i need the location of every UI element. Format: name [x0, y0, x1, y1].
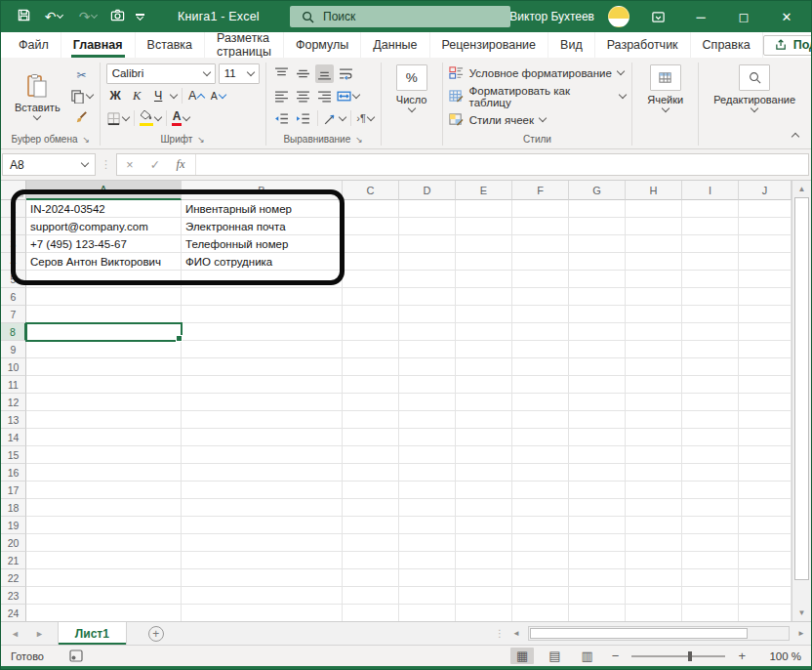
cell-C8[interactable]: [343, 323, 399, 341]
cell-C15[interactable]: [343, 446, 399, 464]
cell-J9[interactable]: [739, 341, 792, 358]
cell-G3[interactable]: [569, 235, 626, 253]
cell-F7[interactable]: [512, 306, 569, 323]
cell-J18[interactable]: [739, 499, 792, 517]
cell-H17[interactable]: [626, 482, 682, 499]
cell-D6[interactable]: [399, 288, 456, 306]
cell-C17[interactable]: [343, 482, 399, 499]
row-header-23[interactable]: 23: [1, 587, 26, 605]
cell-E19[interactable]: [456, 517, 512, 534]
cell-I18[interactable]: [682, 499, 739, 517]
scroll-up-icon[interactable]: ▲: [792, 181, 811, 197]
formula-bar-drag-handle[interactable]: ⋮: [96, 158, 116, 171]
cell-D17[interactable]: [399, 482, 456, 499]
editing-button[interactable]: Редактирование: [705, 63, 804, 147]
cell-D3[interactable]: [399, 235, 456, 253]
normal-view-button[interactable]: ▦: [510, 648, 534, 664]
cell-E11[interactable]: [456, 376, 512, 394]
tab-insert[interactable]: Вставка: [136, 32, 205, 58]
cell-J19[interactable]: [739, 517, 792, 534]
cell-A8[interactable]: [26, 323, 182, 341]
row-header-4[interactable]: 4: [1, 253, 26, 271]
cell-I14[interactable]: [682, 429, 739, 446]
cell-I8[interactable]: [682, 323, 739, 341]
minimize-button[interactable]: ─: [686, 1, 715, 32]
tab-data[interactable]: Данные: [361, 32, 429, 58]
underline-button[interactable]: Ч: [149, 87, 168, 105]
cell-I20[interactable]: [682, 534, 739, 552]
cell-B2[interactable]: Электронная почта: [182, 218, 343, 235]
cell-D8[interactable]: [399, 323, 456, 341]
row-header-13[interactable]: 13: [1, 411, 26, 429]
column-header-B[interactable]: B: [182, 181, 343, 200]
cell-B10[interactable]: [182, 358, 343, 376]
cell-J4[interactable]: [739, 253, 792, 271]
cell-D12[interactable]: [399, 394, 456, 411]
user-name[interactable]: Виктор Бухтеев: [509, 10, 594, 23]
cell-H12[interactable]: [626, 394, 682, 411]
row-header-17[interactable]: 17: [1, 482, 26, 499]
cell-H3[interactable]: [626, 235, 682, 253]
cell-A12[interactable]: [26, 394, 182, 411]
cell-B21[interactable]: [182, 552, 343, 569]
cell-G24[interactable]: [569, 605, 626, 621]
select-all-corner[interactable]: [1, 181, 26, 200]
align-right-button[interactable]: [315, 87, 334, 105]
cell-B15[interactable]: [182, 446, 343, 464]
cell-G8[interactable]: [569, 323, 626, 341]
cell-D13[interactable]: [399, 411, 456, 429]
wrap-text-button[interactable]: [337, 64, 355, 83]
cell-F18[interactable]: [512, 499, 569, 517]
tab-formulas[interactable]: Формулы: [284, 32, 361, 58]
row-header-12[interactable]: 12: [1, 394, 26, 411]
cell-F6[interactable]: [512, 288, 569, 306]
format-painter-button[interactable]: [70, 107, 94, 127]
cell-A9[interactable]: [26, 341, 182, 358]
cell-B16[interactable]: [182, 464, 343, 482]
cell-D21[interactable]: [399, 552, 456, 569]
tab-help[interactable]: Справка: [691, 32, 763, 58]
cell-A21[interactable]: [26, 552, 182, 569]
paste-button[interactable]: Вставить: [8, 63, 67, 130]
cell-D18[interactable]: [399, 499, 456, 517]
font-color-button[interactable]: А: [172, 109, 190, 128]
cell-F9[interactable]: [512, 341, 569, 358]
cell-A20[interactable]: [26, 534, 182, 552]
borders-button[interactable]: [106, 109, 129, 128]
cell-C19[interactable]: [343, 517, 399, 534]
cell-I23[interactable]: [682, 587, 739, 605]
cell-C12[interactable]: [343, 394, 399, 411]
cell-G5[interactable]: [569, 271, 626, 288]
row-header-5[interactable]: 5: [1, 271, 26, 288]
cell-F11[interactable]: [512, 376, 569, 394]
row-header-11[interactable]: 11: [1, 376, 26, 394]
cell-H13[interactable]: [626, 411, 682, 429]
cell-F8[interactable]: [512, 323, 569, 341]
cell-H6[interactable]: [626, 288, 682, 306]
cell-G16[interactable]: [569, 464, 626, 482]
zoom-slider-thumb[interactable]: [688, 651, 692, 661]
cell-B17[interactable]: [182, 482, 343, 499]
cell-A10[interactable]: [26, 358, 182, 376]
number-format-button[interactable]: % Число: [387, 63, 436, 147]
collapse-ribbon-button[interactable]: [792, 126, 798, 144]
cell-A3[interactable]: +7 (495) 123-45-67: [26, 235, 182, 253]
fill-color-button[interactable]: [140, 109, 161, 128]
cell-A19[interactable]: [26, 517, 182, 534]
tab-review[interactable]: Рецензирование: [430, 32, 549, 58]
cell-A15[interactable]: [26, 446, 182, 464]
cell-F14[interactable]: [512, 429, 569, 446]
cell-E13[interactable]: [456, 411, 512, 429]
cell-I10[interactable]: [682, 358, 739, 376]
cell-H11[interactable]: [626, 376, 682, 394]
cell-C6[interactable]: [343, 288, 399, 306]
cell-G4[interactable]: [569, 253, 626, 271]
scroll-left-icon[interactable]: ◄: [508, 629, 524, 638]
cell-C2[interactable]: [343, 218, 399, 235]
cell-J8[interactable]: [739, 323, 792, 341]
cell-E21[interactable]: [456, 552, 512, 569]
cell-E4[interactable]: [456, 253, 512, 271]
cell-G13[interactable]: [569, 411, 626, 429]
cell-D1[interactable]: [399, 200, 456, 218]
ribbon-display-options-button[interactable]: [643, 1, 672, 32]
